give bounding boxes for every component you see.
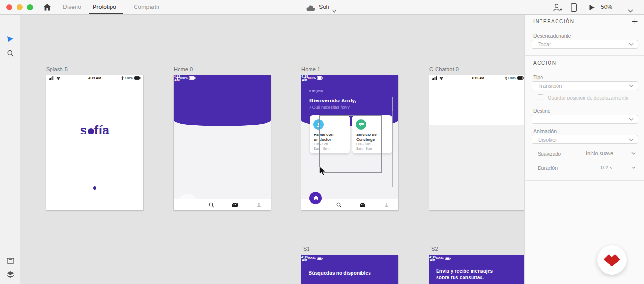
mail-icon: [357, 199, 368, 210]
layers-icon[interactable]: [0, 271, 20, 280]
battery-icon: [445, 257, 451, 260]
sofia-logo: sfía: [46, 123, 143, 138]
screen-top: [429, 75, 524, 125]
status-bar: 4:19 AM 100%: [301, 75, 308, 81]
artboard-home0[interactable]: 4:19 AM 100%: [174, 75, 271, 210]
design-canvas[interactable]: Splash-5 Home-0 Home-1 C-Chatbot-0 S1 S2…: [20, 15, 524, 284]
selection-marquee[interactable]: [319, 115, 382, 173]
artboard-s2[interactable]: 4:19 AM 100% Envía y recibe mensajessobr…: [429, 255, 524, 284]
chevron-down-icon: [629, 43, 634, 46]
chevron-down-icon: [629, 84, 634, 87]
status-bar: 4:19 AM 100%: [429, 255, 436, 261]
battery-icon: [189, 76, 196, 80]
artboard-splash5[interactable]: 4:19 AM 100% sfía: [46, 75, 143, 210]
artboard-s1[interactable]: 4:19 AM 100% Búsquedas no disponibles: [301, 255, 398, 284]
battery-percent: 100%: [435, 257, 444, 260]
purple-header: [174, 75, 271, 126]
red-chevron-widget-icon: [603, 254, 621, 266]
artboard-title-splash5[interactable]: Splash-5: [46, 67, 68, 72]
status-time: 4:19 AM: [301, 75, 308, 82]
artboard-title-home1[interactable]: Home-1: [301, 67, 320, 72]
status-time: 4:19 AM: [46, 76, 143, 80]
duration-value: 0.2 s: [601, 165, 612, 170]
tab-design[interactable]: Diseño: [63, 0, 81, 15]
battery-percent: 100%: [307, 76, 316, 80]
easing-value: Inicio suave: [586, 150, 613, 156]
artboard-title-s1[interactable]: S1: [303, 246, 310, 251]
home-icon[interactable]: [43, 3, 51, 13]
duration-label: Duración: [538, 165, 558, 171]
interaction-header: INTERACCIÓN: [533, 19, 575, 24]
search-icon: [206, 199, 216, 210]
zoom-level-value: 50%: [601, 4, 612, 11]
zoom-level-control[interactable]: 50%: [601, 0, 612, 15]
close-window-button[interactable]: [6, 4, 12, 10]
plus-icon[interactable]: [632, 18, 638, 26]
play-icon[interactable]: [589, 4, 595, 13]
type-value: Transición: [538, 83, 562, 89]
greeting-text: Bienvenido Andy,: [309, 98, 356, 103]
preserve-scroll-checkbox[interactable]: [538, 94, 543, 100]
bottom-nav: [174, 199, 271, 210]
chevron-down-icon[interactable]: [628, 6, 633, 15]
artboard-title-chatbot0[interactable]: C-Chatbot-0: [429, 67, 459, 72]
mail-icon: [230, 199, 240, 210]
screen-bottom: [429, 125, 524, 210]
document-name[interactable]: Sofi: [319, 0, 329, 15]
cloud-icon: [306, 5, 315, 13]
status-bar: 4:19 AM 100%: [46, 75, 143, 81]
artboard-title-home0[interactable]: Home-0: [174, 67, 193, 72]
preserve-scroll-label: Guardar posición de desplazamiento: [548, 95, 628, 100]
artboard-home1[interactable]: 4:19 AM 100% 6 de junio Bienvenido Andy,…: [301, 75, 398, 210]
artboard-tool-icon[interactable]: [0, 257, 20, 266]
status-time: 4:19 AM: [174, 75, 180, 82]
status-time: 4:19 AM: [429, 255, 436, 262]
minimize-window-button[interactable]: [17, 4, 23, 10]
search-icon: [334, 199, 344, 210]
easing-label: Suavizado: [538, 151, 561, 157]
tab-share[interactable]: Compartir: [134, 0, 160, 15]
divider: [525, 180, 644, 181]
artboard-title-s2[interactable]: S2: [431, 246, 438, 251]
loading-dot: [93, 186, 96, 190]
profile-icon: [254, 199, 264, 210]
battery-icon: [317, 76, 323, 80]
chevron-down-icon: [629, 118, 634, 121]
status-bar: 4:19 AM 100%: [174, 75, 180, 81]
divider: [525, 55, 644, 56]
destination-value: ——: [538, 117, 549, 122]
logo-dot: [88, 128, 94, 134]
battery-percent: 100%: [180, 76, 188, 80]
animation-select[interactable]: Disolver: [532, 135, 638, 144]
status-bar: 4:19 AM 100%: [429, 75, 524, 81]
left-toolbar: [0, 15, 20, 284]
s2-message: Envía y recibe mensajessobre tus consult…: [436, 268, 493, 281]
select-tool-icon[interactable]: [0, 35, 20, 44]
mouse-cursor: [319, 167, 327, 178]
destination-select[interactable]: ——: [532, 115, 638, 124]
add-person-icon[interactable]: [553, 3, 563, 14]
profile-icon: [381, 199, 392, 210]
active-tab-underline: [89, 13, 123, 14]
chevron-down-icon[interactable]: [332, 6, 336, 15]
trigger-label: Desencadenante: [533, 33, 571, 39]
trigger-select[interactable]: Tocar: [532, 40, 638, 49]
screen-share-widget-button[interactable]: [597, 245, 627, 275]
chevron-down-icon: [631, 166, 636, 169]
device-preview-icon[interactable]: [571, 3, 577, 14]
maximize-window-button[interactable]: [27, 4, 33, 10]
easing-select[interactable]: Inicio suave: [581, 149, 636, 158]
status-time: 4:19 AM: [301, 255, 308, 262]
tab-prototype[interactable]: Prototipo: [93, 0, 116, 15]
home-nav-button: [309, 192, 322, 204]
titlebar: Diseño Prototipo Compartir Sofi 50%: [0, 0, 644, 15]
duration-select[interactable]: 0.2 s: [594, 163, 636, 172]
animation-value: Disolver: [538, 137, 557, 142]
animation-label: Animación: [533, 128, 557, 134]
artboard-chatbot0[interactable]: 4:19 AM 100%: [429, 75, 524, 210]
chevron-down-icon: [629, 138, 634, 141]
zoom-tool-icon[interactable]: [0, 50, 20, 59]
type-label: Tipo: [533, 75, 543, 80]
battery-icon: [317, 257, 323, 260]
type-select[interactable]: Transición: [532, 81, 638, 90]
